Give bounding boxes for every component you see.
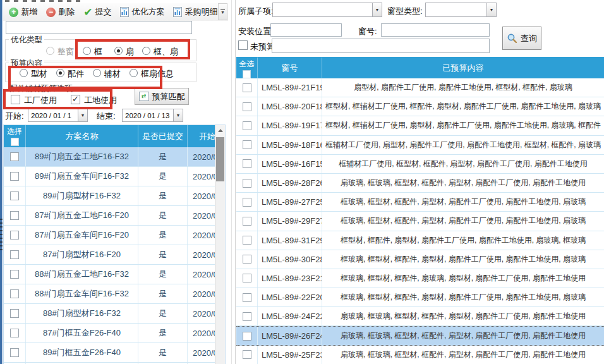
- plan-name-column-header[interactable]: 方案名称: [26, 125, 138, 147]
- row-checkbox[interactable]: [10, 250, 19, 259]
- row-checkbox[interactable]: [10, 172, 19, 181]
- row-select-cell[interactable]: [236, 250, 258, 269]
- chevron-down-icon[interactable]: ▼: [78, 109, 87, 121]
- row-checkbox[interactable]: [10, 152, 19, 161]
- row-checkbox[interactable]: [243, 140, 251, 149]
- row-checkbox[interactable]: [10, 348, 19, 357]
- row-select-cell[interactable]: [236, 78, 258, 97]
- row-checkbox[interactable]: [243, 255, 251, 264]
- row-select-cell[interactable]: [4, 186, 26, 205]
- row-checkbox[interactable]: [243, 83, 251, 92]
- row-select-cell[interactable]: [236, 155, 258, 173]
- budget-row[interactable]: LM5L-89#-31F29框型材, 框配件, 扇型材, 扇配件工厂使用, 扇配…: [236, 231, 604, 250]
- row-select-cell[interactable]: [236, 269, 258, 288]
- row-checkbox[interactable]: [10, 289, 19, 298]
- unbudgeted-input[interactable]: [272, 39, 490, 53]
- budget-row[interactable]: LM5L-89#-28F26扇玻璃, 框玻璃, 框型材, 框配件, 扇型材, 扇…: [236, 174, 604, 193]
- row-checkbox[interactable]: [243, 293, 251, 302]
- budget-row[interactable]: LM5L-89#-19F17框型材, 框辅材工厂使用, 扇型材, 扇配件工厂使用…: [236, 116, 604, 135]
- plan-row[interactable]: 89#门扇五金车间F16-F32是2020/0: [4, 167, 225, 186]
- install-position-input[interactable]: [270, 23, 342, 37]
- end-date-picker[interactable]: 2020 / 01 / 13 ▼: [122, 109, 183, 122]
- row-checkbox[interactable]: [243, 121, 251, 130]
- site-use-checkbox[interactable]: [71, 95, 80, 104]
- row-checkbox[interactable]: [243, 236, 251, 245]
- row-checkbox[interactable]: [10, 231, 19, 240]
- row-select-cell[interactable]: [4, 206, 26, 225]
- budget-row[interactable]: LM5L-89#-20F18框型材, 框辅材工厂使用, 框配件, 扇型材, 扇配…: [236, 97, 604, 116]
- row-checkbox[interactable]: [243, 274, 251, 282]
- row-select-cell[interactable]: [4, 147, 26, 166]
- row-checkbox[interactable]: [10, 270, 19, 279]
- select-all-checkbox[interactable]: [11, 138, 19, 146]
- window-no-column-header[interactable]: 窗号: [258, 58, 322, 78]
- row-select-cell[interactable]: [4, 304, 26, 323]
- radio-frame-sash[interactable]: [142, 47, 150, 55]
- radio-whole-window[interactable]: [46, 47, 54, 55]
- factory-use-checkbox[interactable]: [11, 95, 20, 104]
- row-select-cell[interactable]: [236, 231, 258, 250]
- window-type-select[interactable]: ▼: [425, 3, 497, 17]
- row-checkbox[interactable]: [243, 350, 251, 359]
- radio-sash[interactable]: [114, 47, 123, 55]
- row-checkbox[interactable]: [10, 309, 19, 318]
- chevron-down-icon[interactable]: ▼: [372, 3, 382, 16]
- row-select-cell[interactable]: [4, 284, 26, 303]
- plan-row[interactable]: 88#门扇五金车间F16-F32是2020/0: [4, 284, 225, 304]
- budgeted-content-column-header[interactable]: 已预算内容: [322, 58, 604, 78]
- add-button[interactable]: + 新增: [4, 4, 42, 20]
- budget-row[interactable]: LM5L-89#-22F20框玻璃, 框型材, 框配件, 扇型材, 扇配件工厂使…: [236, 288, 604, 307]
- row-select-cell[interactable]: [236, 97, 258, 116]
- radio-profile[interactable]: [20, 69, 28, 77]
- row-checkbox[interactable]: [243, 198, 251, 207]
- row-checkbox[interactable]: [10, 191, 19, 200]
- plan-row[interactable]: 87#门框五金F26-F40是2020/0: [4, 324, 225, 343]
- row-select-cell[interactable]: [236, 327, 258, 344]
- row-select-cell[interactable]: [236, 288, 258, 306]
- chevron-down-icon[interactable]: ▼: [486, 3, 496, 16]
- sub-item-select[interactable]: ▼: [272, 3, 382, 17]
- optimize-plan-button[interactable]: 优化方案: [116, 4, 169, 20]
- budget-row[interactable]: LM5L-89#-24F22扇玻璃, 框玻璃, 框型材, 框配件, 扇型材, 扇…: [236, 307, 604, 326]
- budget-row[interactable]: LM5L-89#-30F28框玻璃, 框型材, 框配件, 扇型材, 扇配件工厂使…: [236, 250, 604, 269]
- submit-button[interactable]: ✔ 提交: [79, 4, 116, 20]
- start-column-header[interactable]: 开始: [188, 125, 216, 147]
- start-date-picker[interactable]: 2020 / 01 / 1 ▼: [28, 109, 88, 122]
- row-checkbox[interactable]: [243, 332, 251, 341]
- row-select-cell[interactable]: [236, 212, 258, 230]
- unbudgeted-checkbox[interactable]: [238, 40, 248, 50]
- row-select-cell[interactable]: [236, 116, 258, 135]
- plan-row[interactable]: 88#门扇五金工地F16-F32是2020/0: [4, 265, 225, 284]
- plan-row[interactable]: 89#门扇五金工地F16-F32是2020/0: [4, 147, 225, 167]
- radio-accessory[interactable]: [56, 69, 64, 77]
- row-select-cell[interactable]: [236, 193, 258, 211]
- row-select-cell[interactable]: [4, 343, 26, 362]
- row-select-cell[interactable]: [236, 346, 258, 364]
- budget-row[interactable]: LM5L-89#-23F21框玻璃, 框型材, 框配件, 扇玻璃, 扇型材, 扇…: [236, 269, 604, 288]
- row-select-cell[interactable]: [236, 174, 258, 192]
- row-checkbox[interactable]: [243, 312, 251, 321]
- row-select-cell[interactable]: [4, 167, 26, 186]
- plan-row[interactable]: 88#门扇型材F16-F32是2020/0: [4, 304, 225, 324]
- scroll-up-icon[interactable]: [215, 125, 225, 136]
- plan-table-scrollbar[interactable]: [215, 125, 225, 364]
- row-checkbox[interactable]: [243, 179, 251, 188]
- plan-row[interactable]: 87#门扇型材F16-F20是2020/0: [4, 245, 225, 265]
- row-select-cell[interactable]: [4, 324, 26, 343]
- budget-row[interactable]: LM5L-89#-21F19扇型材, 扇配件工厂使用, 扇配件工地使用, 框型材…: [236, 78, 604, 97]
- radio-frame[interactable]: [83, 47, 91, 55]
- scrollbar-thumb[interactable]: [216, 137, 224, 181]
- radio-frame-sash-info[interactable]: [130, 69, 138, 77]
- plan-row[interactable]: 87#门扇五金工地F16-F20是2020/0: [4, 206, 225, 226]
- row-select-cell[interactable]: [4, 265, 26, 284]
- budget-row[interactable]: LM5L-89#-16F15框辅材工厂使用, 框型材, 框配件, 扇型材, 扇配…: [236, 155, 604, 174]
- budget-row[interactable]: LM5L-89#-26F24扇玻璃, 框玻璃, 框型材, 框配件, 扇型材, 扇…: [236, 326, 604, 345]
- plan-filter-input[interactable]: [6, 21, 192, 34]
- delete-button[interactable]: − 删除: [42, 4, 79, 20]
- row-select-cell[interactable]: [4, 226, 26, 245]
- plan-row[interactable]: 89#门扇型材F16-F32是2020/0: [4, 186, 225, 206]
- plan-row[interactable]: 89#门框五金F26-F40是2020/0: [4, 343, 225, 363]
- plan-row[interactable]: 87#门扇五金车间F16-F20是2020/0: [4, 226, 225, 245]
- row-checkbox[interactable]: [243, 159, 251, 168]
- query-button[interactable]: 查询: [502, 27, 541, 50]
